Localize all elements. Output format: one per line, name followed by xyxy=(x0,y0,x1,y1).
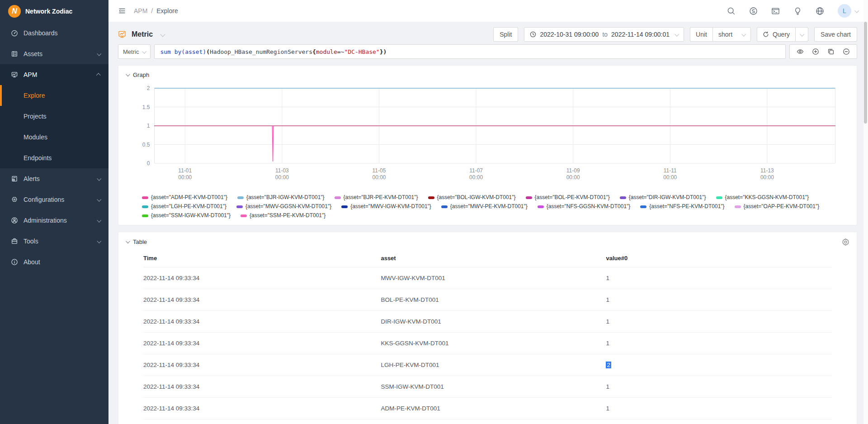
table-row[interactable]: 2022-11-14 09:33:34 KKS-GGSN-KVM-DT001 1 xyxy=(143,332,832,354)
sidebar-item-about[interactable]: About xyxy=(0,252,108,272)
svg-text:11-09: 11-09 xyxy=(566,167,580,174)
table-row[interactable]: 2022-11-14 09:33:34 DIR-IGW-KVM-DT001 1 xyxy=(143,310,832,332)
column-header-asset[interactable]: asset xyxy=(381,249,606,267)
breadcrumb: APM / Explore xyxy=(134,7,178,14)
legend-item[interactable]: {asset="ADM-PE-KVM-DT001"} xyxy=(142,194,227,201)
legend-swatch xyxy=(142,214,148,217)
query-dropdown-toggle[interactable] xyxy=(795,28,808,41)
sidebar-item-dashboards[interactable]: Dashboards xyxy=(0,23,108,43)
copy-icon[interactable] xyxy=(823,45,839,58)
legend-item[interactable]: {asset="KKS-GGSN-KVM-DT001"} xyxy=(716,194,809,201)
configurations-icon xyxy=(11,196,18,203)
table-row[interactable]: 2022-11-14 09:33:34 SSM-IGW-KVM-DT001 1 xyxy=(143,376,832,397)
table-row[interactable]: 2022-11-14 09:33:34 MWV-IGW-KVM-DT001 1 xyxy=(143,267,832,289)
legend-item[interactable]: {asset="LGH-PE-KVM-DT001"} xyxy=(142,203,226,210)
query-button[interactable]: Query xyxy=(757,28,795,41)
table-row[interactable]: 2022-11-14 09:33:34 BOL-PE-KVM-DT001 1 xyxy=(143,289,832,310)
sidebar-item-explore[interactable]: Explore xyxy=(0,85,108,106)
legend-swatch xyxy=(142,205,148,208)
plus-circle-icon[interactable] xyxy=(808,45,823,58)
table-row[interactable]: 2022-11-14 09:33:34 LGH-PE-KVM-DT001 2 xyxy=(143,354,832,376)
sidebar-item-assets[interactable]: Assets xyxy=(0,43,108,64)
sidebar-item-alerts[interactable]: Alerts xyxy=(0,168,108,189)
legend-item[interactable]: {asset="OAP-PE-KVM-DT001"} xyxy=(735,203,820,210)
app-logo[interactable]: N Network Zodiac xyxy=(0,0,108,23)
sidebar-item-label: Explore xyxy=(24,92,100,99)
sidebar-item-tools[interactable]: Tools xyxy=(0,231,108,252)
table-section-title: Table xyxy=(133,238,147,245)
sidebar-item-projects[interactable]: Projects xyxy=(0,106,108,127)
line-chart[interactable]: 11-0100:0011-0300:0011-0500:0011-0700:00… xyxy=(126,83,849,191)
table-section-header[interactable]: Table xyxy=(126,238,849,246)
time-to: 2022-11-14 09:00:01 xyxy=(611,31,670,38)
graph-section-title: Graph xyxy=(133,71,149,78)
query-type-select[interactable]: Metric xyxy=(118,44,151,59)
query-token: sum by xyxy=(160,48,181,55)
legend-label: {asset="MWV-IGW-KVM-DT001"} xyxy=(350,203,431,210)
table-row[interactable]: 2022-11-14 09:33:34 ADM-PE-KVM-DT001 1 xyxy=(143,397,832,419)
legend-item[interactable]: {asset="MWV-PE-KVM-DT001"} xyxy=(441,203,528,210)
user-menu[interactable]: L xyxy=(838,4,858,18)
legend-item[interactable]: {asset="BOL-PE-KVM-DT001"} xyxy=(526,194,610,201)
scrollbar-thumb[interactable] xyxy=(864,22,867,124)
menu-fold-icon[interactable] xyxy=(118,7,126,14)
table-card: Table Time asset value#0 xyxy=(118,232,857,424)
page-head: Metric Split 2022-10-31 09:00:00 to 2022… xyxy=(118,27,857,42)
sidebar-item-endpoints[interactable]: Endpoints xyxy=(0,148,108,168)
avatar[interactable]: L xyxy=(838,4,851,18)
sidebar-item-administrations[interactable]: Administrations xyxy=(0,210,108,231)
legend-item[interactable]: {asset="SSM-IGW-KVM-DT001"} xyxy=(142,212,231,219)
legend-swatch xyxy=(341,205,348,208)
gear-icon[interactable] xyxy=(842,238,849,246)
alerts-icon xyxy=(11,175,18,182)
cell-asset: ADM-PE-KVM-DT001 xyxy=(381,397,606,419)
console-icon[interactable] xyxy=(771,7,780,15)
query-token: module xyxy=(316,48,337,55)
page-scrollbar[interactable] xyxy=(863,0,868,424)
sidebar-item-modules[interactable]: Modules xyxy=(0,127,108,148)
sidebar: N Network Zodiac Dashboards Assets APM xyxy=(0,0,108,424)
cell-time: 2022-11-14 09:33:34 xyxy=(143,289,381,310)
sidebar-group-apm: APM Explore Projects Modules Endpoints xyxy=(0,64,108,168)
svg-text:11-01: 11-01 xyxy=(178,167,192,174)
breadcrumb-section[interactable]: APM xyxy=(134,7,147,14)
legend-swatch xyxy=(620,196,626,199)
legend-item[interactable]: {asset="BJR-IGW-KVM-DT001"} xyxy=(237,194,325,201)
cell-asset: SSM-IGW-KVM-DT001 xyxy=(381,376,606,397)
sidebar-item-label: APM xyxy=(24,71,92,78)
chevron-down-icon[interactable] xyxy=(160,32,165,37)
legend-item[interactable]: {asset="DIR-IGW-KVM-DT001"} xyxy=(620,194,706,201)
sidebar-item-label: Tools xyxy=(24,238,92,245)
legend-item[interactable]: {asset="MWV-IGW-KVM-DT001"} xyxy=(341,203,431,210)
legend-swatch xyxy=(428,196,434,199)
cell-value: 1 xyxy=(606,310,832,332)
column-header-time[interactable]: Time xyxy=(143,249,381,267)
about-icon xyxy=(11,258,18,266)
legend-item[interactable]: {asset="SSM-PE-KVM-DT001"} xyxy=(241,212,326,219)
link-circle-icon[interactable] xyxy=(749,7,758,15)
column-header-value[interactable]: value#0 xyxy=(606,249,832,267)
time-from: 2022-10-31 09:00:00 xyxy=(540,31,599,38)
sidebar-item-apm[interactable]: APM xyxy=(0,64,108,85)
query-expression-input[interactable]: sum by (asset) (Hadoop_HBase_numRegionSe… xyxy=(154,44,786,59)
query-token: { xyxy=(312,48,316,55)
graph-section-header[interactable]: Graph xyxy=(126,71,849,78)
legend-item[interactable]: {asset="BOL-IGW-KVM-DT001"} xyxy=(428,194,516,201)
legend-item[interactable]: {asset="NFS-GGSN-KVM-DT001"} xyxy=(538,203,631,210)
legend-label: {asset="OAP-PE-KVM-DT001"} xyxy=(744,203,820,210)
lightbulb-icon[interactable] xyxy=(793,7,802,15)
legend-label: {asset="MWV-GGSN-KVM-DT001"} xyxy=(245,203,331,210)
save-chart-button[interactable]: Save chart xyxy=(814,27,857,42)
search-icon[interactable] xyxy=(727,7,736,15)
unit-select[interactable]: short xyxy=(712,28,750,41)
eye-icon[interactable] xyxy=(793,45,808,58)
sidebar-item-configurations[interactable]: Configurations xyxy=(0,189,108,210)
legend-item[interactable]: {asset="MWV-GGSN-KVM-DT001"} xyxy=(236,203,331,210)
split-button[interactable]: Split xyxy=(493,27,518,42)
time-range-picker[interactable]: 2022-10-31 09:00:00 to 2022-11-14 09:00:… xyxy=(524,27,684,42)
legend-item[interactable]: {asset="BJR-PE-KVM-DT001"} xyxy=(335,194,418,201)
globe-icon[interactable] xyxy=(816,7,824,15)
head-controls: Split 2022-10-31 09:00:00 to 2022-11-14 … xyxy=(493,27,857,42)
minus-circle-icon[interactable] xyxy=(839,45,854,58)
legend-item[interactable]: {asset="NFS-PE-KVM-DT001"} xyxy=(640,203,724,210)
